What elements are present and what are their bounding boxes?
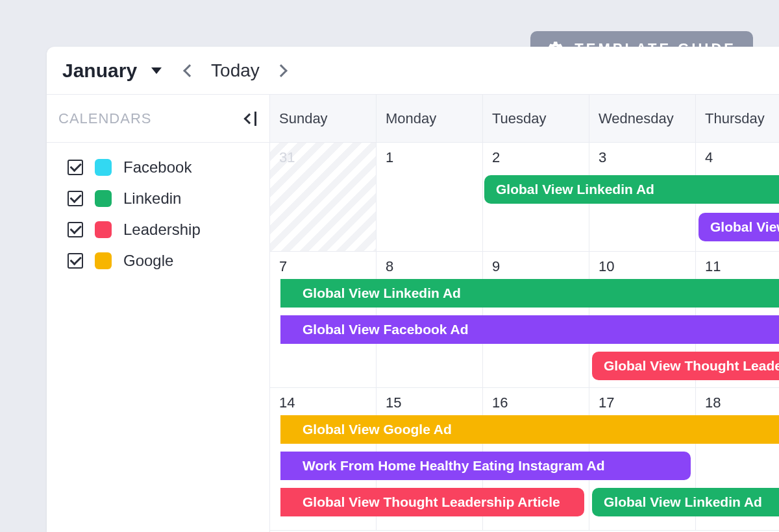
sidebar: CALENDARS Facebook Linkedin <box>47 95 270 532</box>
event-bar[interactable]: Global View Linkedin Ad <box>592 488 779 516</box>
week-row: 14 15 16 17 18 Global View Google Ad Wor… <box>270 388 779 531</box>
event-bar[interactable]: Global View <box>699 213 779 241</box>
week-row: 31 1 2 3 4 Global View Linkedin Ad Globa… <box>270 143 779 252</box>
calendar-item-leadership[interactable]: Leadership <box>68 221 269 239</box>
today-button[interactable]: Today <box>211 60 260 81</box>
grid-body: 31 1 2 3 4 Global View Linkedin Ad Globa… <box>270 143 779 532</box>
event-bar[interactable]: Global View Google Ad <box>280 415 779 444</box>
day-header-cell: Wednesday <box>589 95 696 142</box>
event-bar[interactable]: Global View Thought Leadership Article <box>280 488 584 516</box>
calendar-item-facebook[interactable]: Facebook <box>68 158 269 176</box>
event-bar[interactable]: Global View Thought Leader <box>592 352 779 380</box>
checkbox-icon[interactable] <box>68 222 83 237</box>
color-swatch <box>95 190 112 207</box>
day-header-cell: Tuesday <box>483 95 589 142</box>
calendar-grid: Sunday Monday Tuesday Wednesday Thursday… <box>270 95 779 532</box>
prev-button[interactable] <box>183 64 196 77</box>
arrow-left-icon <box>244 113 255 124</box>
event-bar[interactable]: Global View Linkedin Ad <box>484 175 779 204</box>
sidebar-header: CALENDARS <box>47 95 269 143</box>
event-bar[interactable]: Global View Linkedin Ad <box>280 279 779 308</box>
calendar-label: Facebook <box>123 158 192 176</box>
date-cell[interactable]: 31 <box>270 143 377 251</box>
checkbox-icon[interactable] <box>68 160 83 175</box>
day-header-row: Sunday Monday Tuesday Wednesday Thursday <box>270 95 779 143</box>
color-swatch <box>95 252 112 269</box>
month-label: January <box>62 60 137 82</box>
calendar-list: Facebook Linkedin Leadership Google <box>47 143 269 283</box>
checkbox-icon[interactable] <box>68 253 83 269</box>
color-swatch <box>95 159 112 176</box>
day-header-cell: Sunday <box>270 95 377 142</box>
calendar-label: Leadership <box>123 221 201 239</box>
sidebar-title: CALENDARS <box>58 110 151 127</box>
calendar-label: Google <box>123 252 173 270</box>
calendar-item-linkedin[interactable]: Linkedin <box>68 189 269 208</box>
checkbox-icon[interactable] <box>68 191 83 206</box>
week-row: 7 8 9 10 11 Global View Linkedin Ad Glob… <box>270 252 779 388</box>
date-cell[interactable]: 1 <box>377 143 483 251</box>
caret-down-icon <box>151 67 162 74</box>
calendar-item-google[interactable]: Google <box>68 252 269 270</box>
calendar-label: Linkedin <box>123 189 181 208</box>
month-picker[interactable]: January <box>62 60 162 82</box>
collapse-sidebar-button[interactable] <box>245 112 256 126</box>
calendar-header: January Today <box>47 47 779 95</box>
day-header-cell: Thursday <box>696 95 779 142</box>
next-button[interactable] <box>275 64 288 77</box>
date-nav: Today <box>185 60 286 81</box>
event-bar[interactable]: Work From Home Healthy Eating Instagram … <box>280 452 691 480</box>
color-swatch <box>95 221 112 238</box>
calendar-panel: January Today CALENDARS Faceboo <box>47 47 779 532</box>
event-bar[interactable]: Global View Facebook Ad <box>280 315 779 344</box>
day-header-cell: Monday <box>377 95 483 142</box>
